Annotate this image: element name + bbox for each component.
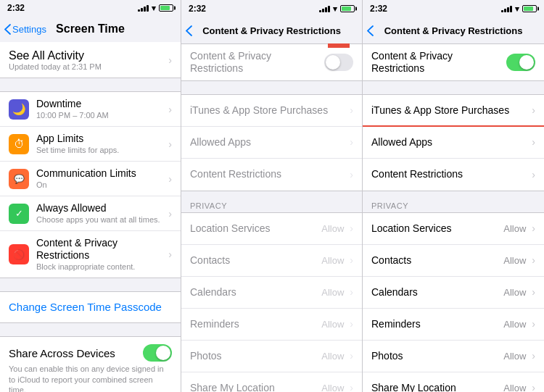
panel3-allowed-apps-row[interactable]: Allowed Apps ›: [363, 127, 544, 159]
panel3-privacy-section: Location Services Allow › Contacts Allow…: [363, 212, 544, 392]
panel3-photos-row[interactable]: Photos Allow ›: [363, 341, 544, 372]
content-privacy-row[interactable]: 🚫 Content & Privacy Restrictions Block i…: [0, 231, 181, 278]
chevron-icon-see-all: ›: [168, 54, 172, 66]
panel2-content: Content & Privacy Restrictions iTunes & …: [181, 43, 362, 392]
panel3-calendars-label: Calendars: [371, 286, 503, 299]
panel3-reminders-row[interactable]: Reminders Allow ›: [363, 309, 544, 341]
panel3-content-rest-row[interactable]: Content Restrictions ›: [363, 159, 544, 191]
panel3-shareloc-allow: Allow: [503, 383, 526, 392]
app-limits-row[interactable]: ⏱ App Limits Set time limits for apps. ›: [0, 127, 181, 162]
battery-icon-3: [522, 5, 537, 12]
chevron-contacts-3: ›: [532, 254, 535, 266]
panel2-toggle-section: Content & Privacy Restrictions: [181, 43, 362, 81]
panel2-reminders-label: Reminders: [190, 318, 321, 330]
status-bar-1: 2:32 ▾: [0, 0, 181, 14]
panel3-calendars-row[interactable]: Calendars Allow ›: [363, 277, 544, 309]
back-button-1[interactable]: Settings: [4, 24, 46, 35]
panel2-shareloc-row[interactable]: Share My Location Allow ›: [181, 372, 362, 392]
panel3-toggle-label: Content & Privacy Restrictions: [371, 50, 506, 75]
panel2-calendars-row[interactable]: Calendars Allow ›: [181, 277, 362, 309]
panel3-contacts-allow: Allow: [503, 255, 526, 266]
panel2-privacy-header: PRIVACY: [181, 197, 362, 212]
panel3-toggle-section: Content & Privacy Restrictions: [363, 43, 544, 81]
panel2-main-toggle[interactable]: [324, 54, 353, 71]
panel2-reminders-row[interactable]: Reminders Allow ›: [181, 309, 362, 341]
nav-bar-3: Content & Privacy Restrictions: [363, 16, 544, 43]
chevron-calendars-3: ›: [532, 286, 535, 298]
panel3-main-toggle[interactable]: [506, 54, 535, 71]
panel-content-privacy-off: 2:32 ▾ Content & Privacy Restrictions Co…: [181, 0, 363, 392]
downtime-icon: 🌙: [9, 99, 29, 120]
always-allowed-row[interactable]: ✓ Always Allowed Choose apps you want at…: [0, 196, 181, 231]
panel2-title: Content & Privacy Restrictions: [202, 25, 341, 36]
panel3-calendars-allow: Allow: [503, 287, 526, 298]
app-limits-icon: ⏱: [9, 134, 29, 154]
panel2-photos-allow: Allow: [321, 351, 344, 362]
panel2-photos-row[interactable]: Photos Allow ›: [181, 341, 362, 372]
chevron-icon-purchases-2: ›: [350, 104, 353, 116]
chevron-icon-app-limits: ›: [168, 138, 172, 150]
panel2-reminders-allow: Allow: [321, 319, 344, 330]
status-bar-3: 2:32 ▾: [363, 0, 544, 16]
panel3-location-row[interactable]: Location Services Allow ›: [363, 213, 544, 245]
chevron-location-2: ›: [350, 222, 353, 234]
chevron-icon-allowed-2: ›: [350, 136, 353, 148]
panel2-purchases-row[interactable]: iTunes & App Store Purchases ›: [181, 95, 362, 127]
panel2-toggle-label: Content & Privacy Restrictions: [190, 50, 324, 75]
comm-limits-title: Communication Limits: [36, 167, 165, 180]
status-icons-2: ▾: [319, 4, 355, 14]
status-icons-3: ▾: [501, 4, 537, 14]
see-all-sub: Updated today at 2:31 PM: [9, 62, 102, 71]
panel3-purchases-section: iTunes & App Store Purchases › Allowed A…: [363, 94, 544, 191]
change-passcode-row[interactable]: Change Screen Time Passcode: [0, 291, 181, 323]
wifi-icon-2: ▾: [333, 4, 337, 14]
chevron-contacts-2: ›: [350, 254, 353, 266]
svg-marker-1: [326, 43, 352, 48]
chevron-icon-comm: ›: [168, 173, 172, 185]
panel2-location-row[interactable]: Location Services Allow ›: [181, 213, 362, 245]
panel3-allowed-label: Allowed Apps: [371, 136, 529, 149]
app-limits-sub: Set time limits for apps.: [36, 145, 165, 155]
panel3-contacts-label: Contacts: [371, 254, 503, 267]
panel3-title: Content & Privacy Restrictions: [384, 25, 523, 36]
red-arrow-up: [326, 43, 352, 51]
downtime-row[interactable]: 🌙 Downtime 10:00 PM – 7:00 AM ›: [0, 92, 181, 127]
app-limits-title: App Limits: [36, 133, 165, 145]
status-bar-2: 2:32 ▾: [181, 0, 362, 16]
panel2-location-allow: Allow: [321, 223, 344, 234]
panel2-contacts-row[interactable]: Contacts Allow ›: [181, 245, 362, 277]
chevron-icon-allowed-3: ›: [532, 136, 535, 148]
back-button-3[interactable]: [367, 25, 375, 36]
share-toggle[interactable]: [143, 344, 172, 362]
share-title: Share Across Devices: [9, 347, 115, 359]
back-label-1: Settings: [12, 24, 46, 35]
chevron-photos-2: ›: [350, 350, 353, 362]
nav-bar-1: Settings Screen Time: [0, 14, 181, 42]
downtime-sub: 10:00 PM – 7:00 AM: [36, 110, 165, 120]
panel2-content-rest-row[interactable]: Content Restrictions ›: [181, 159, 362, 191]
panel2-shareloc-label: Share My Location: [190, 382, 321, 392]
chevron-location-3: ›: [532, 222, 535, 234]
signal-icon: [138, 5, 149, 12]
panel2-calendars-label: Calendars: [190, 286, 321, 299]
battery-icon: [159, 4, 173, 12]
panel2-privacy-section: Location Services Allow › Contacts Allow…: [181, 212, 362, 392]
chevron-reminders-3: ›: [532, 318, 535, 330]
comm-limits-icon: 💬: [9, 169, 29, 189]
panel2-allowed-label: Allowed Apps: [190, 136, 347, 149]
panel3-contacts-row[interactable]: Contacts Allow ›: [363, 245, 544, 277]
panel3-shareloc-row[interactable]: Share My Location Allow ›: [363, 372, 544, 392]
panel3-purchases-label: iTunes & App Store Purchases: [371, 104, 529, 117]
chevron-icon-purchases-3: ›: [532, 104, 535, 116]
back-button-2[interactable]: [186, 25, 194, 36]
panel2-allowed-apps-row[interactable]: Allowed Apps ›: [181, 127, 362, 159]
panel3-photos-label: Photos: [371, 350, 503, 362]
main-list: 🌙 Downtime 10:00 PM – 7:00 AM › ⏱ App Li…: [0, 91, 181, 278]
content-privacy-sub: Block inappropriate content.: [36, 262, 165, 272]
downtime-title: Downtime: [36, 98, 165, 110]
panel3-purchases-row[interactable]: iTunes & App Store Purchases ›: [363, 95, 544, 127]
always-allowed-icon: ✓: [9, 204, 29, 224]
communication-limits-row[interactable]: 💬 Communication Limits On ›: [0, 162, 181, 196]
see-all-label: See All Activity: [9, 49, 102, 62]
see-all-activity-row[interactable]: See All Activity Updated today at 2:31 P…: [0, 42, 181, 78]
